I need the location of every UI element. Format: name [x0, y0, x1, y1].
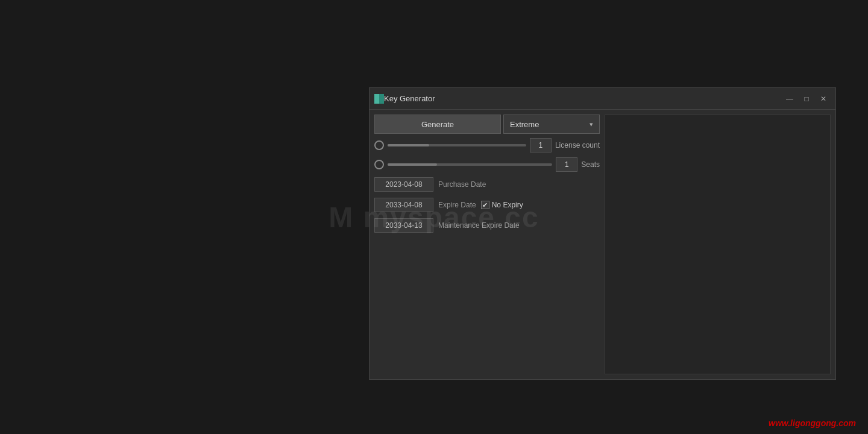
svg-rect-1 [379, 94, 384, 104]
minimize-button[interactable]: — [782, 92, 797, 106]
svg-rect-0 [374, 94, 379, 104]
window-body: Generate Extreme ▾ 1 License count [370, 110, 835, 379]
license-count-row: 1 License count [374, 137, 600, 153]
right-panel [605, 115, 831, 374]
app-icon [374, 94, 384, 104]
dropdown-value: Extreme [510, 120, 539, 129]
no-expiry-area: ✔ No Expiry [481, 201, 523, 209]
left-panel: Generate Extreme ▾ 1 License count [374, 115, 600, 374]
license-slider[interactable] [388, 144, 526, 146]
title-bar: Key Generator — □ ✕ [370, 88, 835, 110]
seats-row: 1 Seats [374, 157, 600, 172]
no-expiry-label: No Expiry [492, 201, 523, 209]
license-slider-fill [388, 144, 429, 146]
dropdown-arrow-icon: ▾ [590, 121, 593, 128]
seats-label: Seats [581, 160, 600, 169]
expire-date-row: 2033-04-08 Expire Date ✔ No Expiry [374, 197, 600, 213]
top-row: Generate Extreme ▾ [374, 115, 600, 134]
generate-button[interactable]: Generate [374, 115, 501, 134]
maintenance-date-row: 2033-04-13 Maintenance Expire Date [374, 217, 600, 234]
key-generator-window: Key Generator — □ ✕ Generate Extreme ▾ [369, 87, 836, 380]
window-title: Key Generator [384, 94, 782, 103]
seats-radio[interactable] [374, 160, 384, 169]
expire-date-input[interactable]: 2033-04-08 [374, 198, 433, 212]
license-count-value[interactable]: 1 [530, 138, 552, 153]
purchase-date-input[interactable]: 2023-04-08 [374, 177, 433, 192]
seats-slider[interactable] [388, 163, 552, 166]
license-radio[interactable] [374, 140, 384, 150]
close-button[interactable]: ✕ [816, 92, 831, 106]
maintenance-date-label: Maintenance Expire Date [438, 221, 520, 230]
window-controls: — □ ✕ [782, 92, 831, 106]
edition-dropdown[interactable]: Extreme ▾ [503, 115, 600, 134]
bottom-watermark: www.ligonggong.com [769, 418, 856, 428]
purchase-date-row: 2023-04-08 Purchase Date [374, 176, 600, 193]
purchase-date-label: Purchase Date [438, 180, 486, 189]
license-count-label: License count [555, 141, 600, 149]
seats-value[interactable]: 1 [556, 157, 577, 172]
maintenance-date-input[interactable]: 2033-04-13 [374, 218, 433, 233]
no-expiry-checkbox[interactable]: ✔ [481, 201, 489, 209]
expire-date-label: Expire Date [438, 201, 476, 209]
maximize-button[interactable]: □ [799, 92, 814, 106]
seats-slider-fill [388, 163, 437, 166]
